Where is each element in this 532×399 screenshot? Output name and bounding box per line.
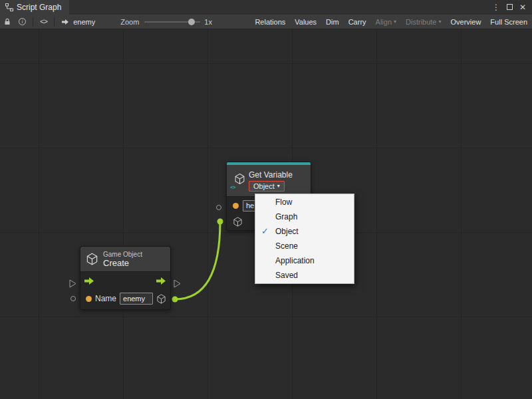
create-header: Game Object Create xyxy=(80,247,170,272)
flow-port-row xyxy=(80,272,170,289)
menu-item-flow[interactable]: Flow xyxy=(255,195,354,209)
zoom-value: 1x xyxy=(204,18,212,26)
variable-kind-dropdown[interactable]: Object ▾ xyxy=(249,181,285,192)
menu-item-saved[interactable]: Saved xyxy=(255,268,354,283)
caret-down-icon: ▾ xyxy=(439,19,442,25)
flow-out-arrow-icon[interactable] xyxy=(156,277,166,285)
current-graph-name[interactable]: enemy xyxy=(73,18,95,26)
align-button[interactable]: Align ▾ xyxy=(371,15,401,29)
node-title: Get Variable xyxy=(249,170,293,180)
check-icon: ✓ xyxy=(261,226,269,236)
distribute-button[interactable]: Distribute ▾ xyxy=(401,15,446,29)
menu-item-object[interactable]: ✓ Object xyxy=(255,224,354,239)
get-variable-header: <> Get Variable Object ▾ xyxy=(227,165,311,197)
dim-button[interactable]: Dim xyxy=(321,15,344,29)
window-controls: ⋮ ✕ xyxy=(491,3,532,12)
name-input[interactable] xyxy=(120,293,153,305)
toolbar-buttons: Relations Values Dim Carry Align ▾ Distr… xyxy=(250,15,532,29)
lock-icon[interactable] xyxy=(0,15,15,29)
gameobject-cube-icon xyxy=(86,253,98,265)
relations-button[interactable]: Relations xyxy=(250,15,290,29)
graph-toolbar: i <> enemy Zoom 1x Relations Values Dim … xyxy=(0,15,532,29)
window-menu-icon[interactable]: ⋮ xyxy=(491,3,501,12)
script-graph-icon xyxy=(5,3,13,11)
string-port-dot[interactable] xyxy=(233,203,239,209)
graph-pointer-icon xyxy=(57,15,73,29)
fullscreen-button[interactable]: Full Screen xyxy=(485,15,532,29)
variable-kind-menu: Flow Graph ✓ Object Scene Application Sa… xyxy=(255,194,354,284)
node-title: Create xyxy=(103,258,142,268)
carry-button[interactable]: Carry xyxy=(344,15,371,29)
code-view-icon[interactable]: <> xyxy=(36,15,51,29)
node-create-gameobject[interactable]: Game Object Create Name xyxy=(80,246,171,310)
toolbar-separator xyxy=(33,17,33,27)
maximize-icon[interactable] xyxy=(504,3,515,12)
menu-item-graph[interactable]: Graph xyxy=(255,209,354,224)
graph-canvas[interactable]: <> Get Variable Object ▾ xyxy=(0,29,532,399)
maximize-box xyxy=(507,4,513,10)
string-port-dot[interactable] xyxy=(86,296,92,302)
menu-item-application[interactable]: Application xyxy=(255,253,354,268)
zoom-slider-handle[interactable] xyxy=(188,19,195,25)
flow-input-port[interactable] xyxy=(69,279,76,288)
caret-down-icon: ▾ xyxy=(277,183,280,189)
menu-item-scene[interactable]: Scene xyxy=(255,239,354,253)
zoom-slider[interactable] xyxy=(144,18,200,26)
overview-button[interactable]: Overview xyxy=(446,15,486,29)
name-port-row: Name xyxy=(80,289,170,308)
gameobject-port-icon[interactable] xyxy=(233,217,243,227)
values-button[interactable]: Values xyxy=(290,15,321,29)
code-badge-icon: <> xyxy=(230,184,235,190)
zoom-label: Zoom xyxy=(120,18,139,26)
info-glyph: i xyxy=(19,18,26,25)
variable-kind-value: Object xyxy=(253,182,275,190)
node-category: Game Object xyxy=(103,251,142,258)
value-input-port[interactable] xyxy=(216,205,221,210)
variable-cube-icon: <> xyxy=(231,173,245,189)
gameobject-output-icon[interactable] xyxy=(156,294,166,304)
toolbar-separator xyxy=(54,17,55,27)
tab-label: Script Graph xyxy=(17,3,61,12)
close-icon[interactable]: ✕ xyxy=(517,3,528,12)
flow-in-arrow-icon[interactable] xyxy=(84,277,94,285)
info-icon[interactable]: i xyxy=(15,15,30,29)
connection-end-port[interactable] xyxy=(217,219,223,225)
value-input-port[interactable] xyxy=(70,296,76,301)
caret-down-icon: ▾ xyxy=(394,19,396,25)
name-port-label: Name xyxy=(95,294,116,303)
flow-output-port[interactable] xyxy=(174,279,181,288)
connection-wire[interactable] xyxy=(175,221,220,299)
connection-start-port[interactable] xyxy=(172,297,178,303)
window-titlebar: Script Graph ⋮ ✕ xyxy=(0,0,532,15)
tab-script-graph[interactable]: Script Graph xyxy=(0,0,69,15)
